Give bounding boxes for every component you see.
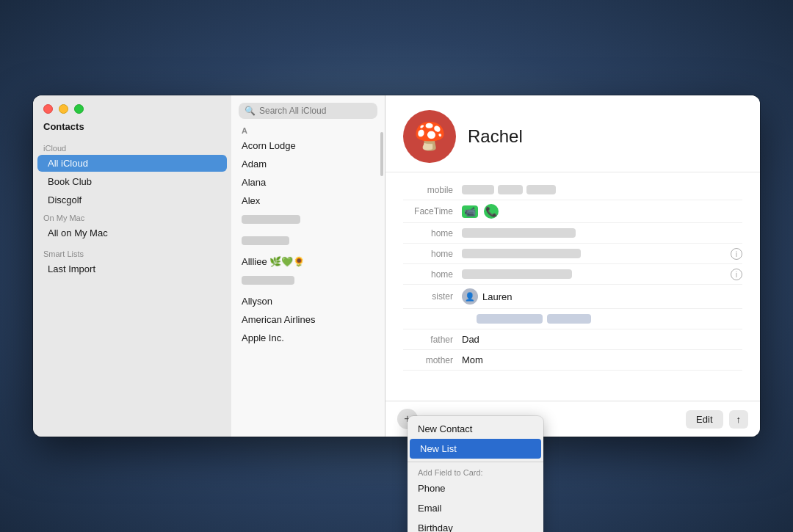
relation-name-lauren: Lauren <box>482 291 512 302</box>
sidebar-item-last-import[interactable]: Last Import <box>37 260 227 277</box>
contact-row-adam[interactable]: Adam <box>231 155 385 173</box>
on-my-mac-label: On My Mac <box>33 209 231 224</box>
search-wrap[interactable]: 🔍 <box>239 103 377 119</box>
smart-lists-label: Smart Lists <box>33 242 231 260</box>
field-value-mobile2 <box>498 185 523 194</box>
contact-row-alana[interactable]: Alana <box>231 173 385 192</box>
field-father: father Dad <box>403 329 742 350</box>
contact-row-blurred-1[interactable] <box>231 210 385 231</box>
field-value-home3 <box>462 269 572 279</box>
field-value-mobile3 <box>526 185 556 194</box>
contact-row-american-airlines[interactable]: American Airlines <box>231 310 385 329</box>
sidebar-item-discgolf[interactable]: Discgolf <box>37 192 227 208</box>
search-bar: 🔍 <box>231 95 385 123</box>
field-label-home1: home <box>403 228 462 238</box>
sidebar: Contacts iCloud All iCloud Book Club Dis… <box>33 95 231 437</box>
blurred-text <box>242 215 300 224</box>
contact-row-apple[interactable]: Apple Inc. <box>231 329 385 347</box>
info-icon-home2[interactable]: i <box>731 248 742 260</box>
menu-item-phone[interactable]: Phone <box>408 478 543 498</box>
contact-row-blurred-2[interactable] <box>231 231 385 252</box>
field-value-sister: 👤 Lauren <box>462 288 512 305</box>
menu-item-email[interactable]: Email <box>408 498 543 518</box>
field-value-home2 <box>462 249 581 258</box>
field-mother: mother Mom <box>403 350 742 371</box>
detail-body: mobile FaceTime 📹 📞 home home <box>385 172 760 401</box>
menu-item-birthday[interactable]: Birthday <box>408 518 543 532</box>
contact-row-alex[interactable]: Alex <box>231 192 385 210</box>
edit-button[interactable]: Edit <box>686 410 723 429</box>
info-icon-home3[interactable]: i <box>731 269 742 280</box>
facetime-icons: 📹 📞 <box>462 204 499 219</box>
window-controls <box>33 95 231 120</box>
menu-section-add-field: Add Field to Card: <box>408 465 543 478</box>
field-relation-sub <box>403 309 742 329</box>
field-value-home1 <box>462 228 576 238</box>
contact-list-panel: 🔍 A Acorn Lodge Adam Alana Alex Allliee … <box>231 95 385 437</box>
relation-blurred1 <box>477 314 543 324</box>
field-label-mother: mother <box>403 355 462 365</box>
relation-avatar-lauren: 👤 <box>462 288 478 305</box>
field-mobile: mobile <box>403 180 742 200</box>
blurred-text <box>242 236 289 245</box>
field-facetime: FaceTime 📹 📞 <box>403 200 742 223</box>
contact-row-allliee[interactable]: Allliee 🌿💚🌻 <box>231 252 385 271</box>
section-header-a: A <box>231 123 385 136</box>
sidebar-title: Contacts <box>33 120 231 139</box>
main-window: Contacts iCloud All iCloud Book Club Dis… <box>33 95 760 437</box>
facetime-video-icon[interactable]: 📹 <box>462 205 478 218</box>
avatar: 🍄 <box>403 110 456 163</box>
sidebar-item-book-club[interactable]: Book Club <box>37 173 227 190</box>
field-label-home3: home <box>403 269 462 280</box>
contact-detail-panel: 🍄 Rachel mobile FaceTime 📹 📞 <box>385 95 760 437</box>
share-button[interactable]: ↑ <box>729 410 749 429</box>
field-value-father: Dad <box>462 334 479 345</box>
blurred-text <box>242 276 294 285</box>
dropdown-menu: New Contact New List Add Field to Card: … <box>408 416 543 532</box>
menu-item-new-list[interactable]: New List <box>410 439 541 459</box>
field-label-home2: home <box>403 249 462 259</box>
detail-header: 🍄 Rachel <box>385 95 760 172</box>
scrollbar-indicator[interactable] <box>380 132 383 176</box>
sidebar-item-all-icloud[interactable]: All iCloud <box>37 155 227 172</box>
field-label-facetime: FaceTime <box>403 206 462 216</box>
field-home-3: home i <box>403 264 742 285</box>
facetime-phone-icon[interactable]: 📞 <box>484 204 499 219</box>
field-home-1: home <box>403 223 742 244</box>
field-label-father: father <box>403 335 462 345</box>
maximize-button[interactable] <box>74 104 84 114</box>
contact-row-acorn-lodge[interactable]: Acorn Lodge <box>231 136 385 155</box>
relation-blurred2 <box>547 314 591 324</box>
sidebar-item-all-on-mac[interactable]: All on My Mac <box>37 225 227 241</box>
field-value-mother: Mom <box>462 354 483 365</box>
search-icon: 🔍 <box>245 106 256 116</box>
minimize-button[interactable] <box>59 104 68 114</box>
contact-name: Rachel <box>468 126 523 147</box>
field-label-sister: sister <box>403 291 462 302</box>
close-button[interactable] <box>43 104 53 114</box>
icloud-section-label: iCloud <box>33 139 231 154</box>
search-input[interactable] <box>259 106 372 116</box>
menu-separator-1 <box>408 462 543 462</box>
contact-row-blurred-3[interactable] <box>231 271 385 292</box>
contact-row-allyson[interactable]: Allyson <box>231 292 385 310</box>
field-label-mobile: mobile <box>403 185 462 195</box>
field-value-mobile <box>462 185 494 194</box>
menu-item-new-contact[interactable]: New Contact <box>408 419 543 439</box>
field-home-2: home i <box>403 244 742 264</box>
field-sister: sister 👤 Lauren <box>403 285 742 309</box>
